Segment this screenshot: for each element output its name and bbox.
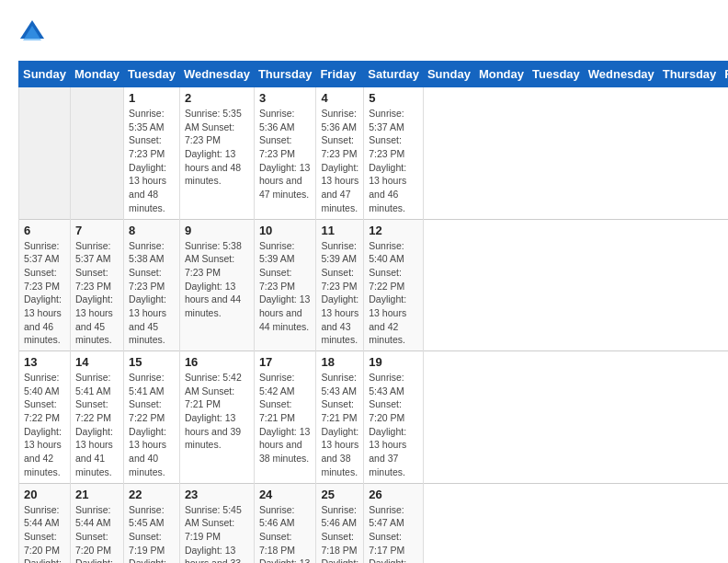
calendar-cell: 18Sunrise: 5:43 AM Sunset: 7:21 PM Dayli… [316,351,364,484]
day-number: 3 [259,91,312,105]
day-info: Sunrise: 5:36 AM Sunset: 7:23 PM Dayligh… [259,107,312,201]
day-info: Sunrise: 5:46 AM Sunset: 7:18 PM Dayligh… [321,503,358,564]
calendar-cell: 15Sunrise: 5:41 AM Sunset: 7:22 PM Dayli… [124,351,180,484]
header-friday: Friday [316,62,364,87]
calendar-week-row: 20Sunrise: 5:44 AM Sunset: 7:20 PM Dayli… [19,483,729,563]
day-number: 18 [321,355,358,369]
day-number: 25 [321,488,358,501]
header-monday: Monday [70,62,123,87]
day-number: 9 [185,224,249,237]
calendar-cell: 6Sunrise: 5:37 AM Sunset: 7:23 PM Daylig… [19,219,71,351]
day-info: Sunrise: 5:40 AM Sunset: 7:22 PM Dayligh… [24,371,65,479]
day-info: Sunrise: 5:45 AM Sunset: 7:19 PM Dayligh… [185,503,249,564]
calendar-cell: 2Sunrise: 5:35 AM Sunset: 7:23 PM Daylig… [179,87,254,220]
day-info: Sunrise: 5:47 AM Sunset: 7:17 PM Dayligh… [369,503,418,564]
calendar-cell: 26Sunrise: 5:47 AM Sunset: 7:17 PM Dayli… [364,483,424,563]
day-number: 24 [259,488,312,501]
calendar-table: SundayMondayTuesdayWednesdayThursdayFrid… [18,61,728,563]
day-info: Sunrise: 5:44 AM Sunset: 7:20 PM Dayligh… [75,503,119,564]
day-info: Sunrise: 5:35 AM Sunset: 7:23 PM Dayligh… [129,107,175,215]
calendar-cell: 7Sunrise: 5:37 AM Sunset: 7:23 PM Daylig… [70,219,123,351]
calendar-cell: 14Sunrise: 5:41 AM Sunset: 7:22 PM Dayli… [70,351,123,484]
day-info: Sunrise: 5:37 AM Sunset: 7:23 PM Dayligh… [75,239,119,348]
day-number: 7 [75,224,119,237]
day-number: 26 [369,488,418,501]
header-thursday: Thursday [658,62,721,87]
logo [18,18,50,46]
calendar-cell: 4Sunrise: 5:36 AM Sunset: 7:23 PM Daylig… [316,87,364,220]
calendar-cell: 8Sunrise: 5:38 AM Sunset: 7:23 PM Daylig… [124,219,180,351]
day-info: Sunrise: 5:46 AM Sunset: 7:18 PM Dayligh… [259,503,312,564]
day-info: Sunrise: 5:41 AM Sunset: 7:22 PM Dayligh… [129,371,175,479]
calendar-week-row: 6Sunrise: 5:37 AM Sunset: 7:23 PM Daylig… [19,219,729,351]
calendar-cell: 17Sunrise: 5:42 AM Sunset: 7:21 PM Dayli… [254,351,316,484]
calendar-cell: 1Sunrise: 5:35 AM Sunset: 7:23 PM Daylig… [124,87,180,220]
header-sunday: Sunday [19,62,71,87]
day-number: 20 [24,488,65,501]
calendar-cell: 11Sunrise: 5:39 AM Sunset: 7:23 PM Dayli… [316,219,364,351]
day-info: Sunrise: 5:42 AM Sunset: 7:21 PM Dayligh… [185,371,249,452]
calendar-cell [19,87,71,220]
day-number: 11 [321,224,358,237]
header-sunday: Sunday [423,62,474,87]
day-number: 17 [259,355,312,369]
day-number: 19 [369,355,418,369]
day-number: 2 [185,91,249,105]
day-number: 16 [185,355,249,369]
page-header [18,18,710,46]
calendar-header-row: SundayMondayTuesdayWednesdayThursdayFrid… [19,62,729,87]
day-number: 15 [129,355,175,369]
day-number: 6 [24,224,65,237]
header-friday: Friday [721,62,728,87]
day-info: Sunrise: 5:42 AM Sunset: 7:21 PM Dayligh… [259,371,312,465]
calendar-cell: 3Sunrise: 5:36 AM Sunset: 7:23 PM Daylig… [254,87,316,220]
header-saturday: Saturday [364,62,424,87]
calendar-cell: 25Sunrise: 5:46 AM Sunset: 7:18 PM Dayli… [316,483,364,563]
day-number: 10 [259,224,312,237]
calendar-cell: 22Sunrise: 5:45 AM Sunset: 7:19 PM Dayli… [124,483,180,563]
calendar-cell: 9Sunrise: 5:38 AM Sunset: 7:23 PM Daylig… [179,219,254,351]
day-info: Sunrise: 5:44 AM Sunset: 7:20 PM Dayligh… [24,503,65,564]
header-wednesday: Wednesday [179,62,254,87]
day-number: 23 [185,488,249,501]
header-wednesday: Wednesday [584,62,658,87]
calendar-cell: 19Sunrise: 5:43 AM Sunset: 7:20 PM Dayli… [364,351,424,484]
day-number: 14 [75,355,119,369]
day-info: Sunrise: 5:38 AM Sunset: 7:23 PM Dayligh… [185,239,249,320]
calendar-cell: 16Sunrise: 5:42 AM Sunset: 7:21 PM Dayli… [179,351,254,484]
day-number: 13 [24,355,65,369]
day-info: Sunrise: 5:40 AM Sunset: 7:22 PM Dayligh… [369,239,418,348]
day-number: 4 [321,91,358,105]
header-thursday: Thursday [254,62,316,87]
calendar-cell: 13Sunrise: 5:40 AM Sunset: 7:22 PM Dayli… [19,351,71,484]
calendar-cell: 10Sunrise: 5:39 AM Sunset: 7:23 PM Dayli… [254,219,316,351]
day-number: 1 [129,91,175,105]
calendar-cell: 24Sunrise: 5:46 AM Sunset: 7:18 PM Dayli… [254,483,316,563]
calendar-cell: 12Sunrise: 5:40 AM Sunset: 7:22 PM Dayli… [364,219,424,351]
calendar-week-row: 13Sunrise: 5:40 AM Sunset: 7:22 PM Dayli… [19,351,729,484]
calendar-cell: 5Sunrise: 5:37 AM Sunset: 7:23 PM Daylig… [364,87,424,220]
calendar-cell: 20Sunrise: 5:44 AM Sunset: 7:20 PM Dayli… [19,483,71,563]
calendar-cell: 21Sunrise: 5:44 AM Sunset: 7:20 PM Dayli… [70,483,123,563]
header-tuesday: Tuesday [529,62,585,87]
day-info: Sunrise: 5:43 AM Sunset: 7:20 PM Dayligh… [369,371,418,479]
calendar-week-row: 1Sunrise: 5:35 AM Sunset: 7:23 PM Daylig… [19,87,729,220]
header-tuesday: Tuesday [124,62,180,87]
day-info: Sunrise: 5:37 AM Sunset: 7:23 PM Dayligh… [24,239,65,348]
calendar-cell [70,87,123,220]
day-info: Sunrise: 5:37 AM Sunset: 7:23 PM Dayligh… [369,107,418,215]
day-info: Sunrise: 5:35 AM Sunset: 7:23 PM Dayligh… [185,107,249,188]
day-info: Sunrise: 5:45 AM Sunset: 7:19 PM Dayligh… [129,503,175,564]
header-monday: Monday [474,62,528,87]
day-number: 21 [75,488,119,501]
day-info: Sunrise: 5:43 AM Sunset: 7:21 PM Dayligh… [321,371,358,479]
day-info: Sunrise: 5:39 AM Sunset: 7:23 PM Dayligh… [321,239,358,348]
day-number: 5 [369,91,418,105]
day-info: Sunrise: 5:41 AM Sunset: 7:22 PM Dayligh… [75,371,119,479]
day-number: 12 [369,224,418,237]
day-info: Sunrise: 5:36 AM Sunset: 7:23 PM Dayligh… [321,107,358,215]
day-number: 22 [129,488,175,501]
day-number: 8 [129,224,175,237]
calendar-cell: 23Sunrise: 5:45 AM Sunset: 7:19 PM Dayli… [179,483,254,563]
day-info: Sunrise: 5:38 AM Sunset: 7:23 PM Dayligh… [129,239,175,348]
